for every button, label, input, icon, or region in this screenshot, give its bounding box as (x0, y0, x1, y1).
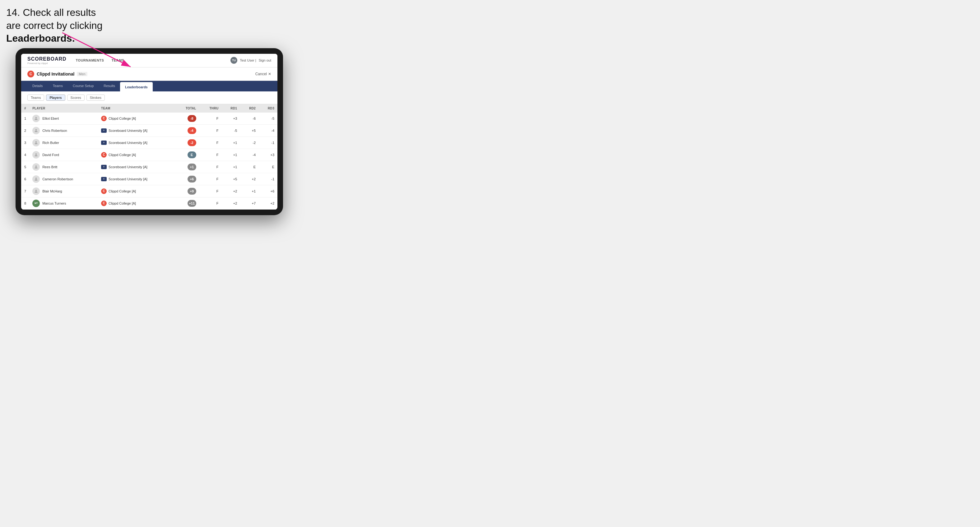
player-name: Cameron Robertson (42, 177, 73, 181)
rank-cell: 3 (21, 137, 29, 149)
thru-cell: F (199, 124, 222, 137)
col-total: TOTAL (175, 104, 199, 113)
table-row: 7 Blair McHarg C Clippd College [A] +9 F… (21, 185, 277, 197)
score-badge: +9 (188, 188, 196, 195)
tab-teams[interactable]: Teams (48, 81, 68, 91)
player-cell: Blair McHarg (29, 185, 98, 197)
tab-details[interactable]: Details (27, 81, 48, 91)
tab-course-setup[interactable]: Course Setup (68, 81, 99, 91)
player-name: Rich Butler (42, 141, 59, 144)
team-cell: ≡ Scoreboard University [A] (98, 173, 175, 185)
player-avatar (32, 127, 40, 134)
player-cell: Rich Butler (29, 137, 98, 149)
rank-cell: 8 (21, 197, 29, 209)
score-badge: -4 (188, 127, 196, 134)
rd1-cell: +3 (221, 113, 240, 125)
team-cell: C Clippd College [A] (98, 149, 175, 161)
instruction-line1: Check all results (23, 7, 96, 18)
player-avatar (32, 187, 40, 195)
score-badge: +1 (188, 163, 196, 170)
rd3-cell: -1 (259, 137, 277, 149)
tab-results[interactable]: Results (99, 81, 120, 91)
player-cell: Elliot Ebert (29, 113, 98, 125)
table-row: 8 MT Marcus Turners C Clippd College [A]… (21, 197, 277, 209)
player-name: Chris Robertson (42, 129, 67, 132)
table-body: 1 Elliot Ebert C Clippd College [A] -8 F… (21, 113, 277, 210)
total-cell: E (175, 149, 199, 161)
instruction-line2: are correct by clicking (6, 20, 102, 31)
col-team: TEAM (98, 104, 175, 113)
rank-cell: 4 (21, 149, 29, 161)
tournament-badge: Men (77, 72, 87, 76)
table-row: 5 Rees Britt ≡ Scoreboard University [A]… (21, 161, 277, 173)
thru-cell: F (199, 161, 222, 173)
team-icon: C (101, 152, 107, 158)
team-name: Clippd College [A] (108, 202, 136, 205)
team-cell: ≡ Scoreboard University [A] (98, 161, 175, 173)
score-badge: +11 (188, 200, 196, 207)
tablet-screen: SCOREBOARD Powered by clippd TOURNAMENTS… (21, 54, 277, 210)
player-name: David Ford (42, 153, 59, 157)
score-badge: -2 (188, 139, 196, 146)
score-badge: -8 (188, 115, 196, 122)
filter-players[interactable]: Players (46, 95, 65, 101)
total-cell: +1 (175, 161, 199, 173)
team-cell: C Clippd College [A] (98, 185, 175, 197)
filter-teams[interactable]: Teams (27, 95, 44, 101)
tab-leaderboards[interactable]: Leaderboards (120, 82, 153, 91)
rd1-cell: -5 (221, 124, 240, 137)
logo-subtitle: Powered by clippd (27, 62, 67, 65)
col-rd2: RD2 (240, 104, 259, 113)
rd3-cell: -1 (259, 173, 277, 185)
table-row: 2 Chris Robertson ≡ Scoreboard Universit… (21, 124, 277, 137)
rd1-cell: +1 (221, 149, 240, 161)
team-cell: ≡ Scoreboard University [A] (98, 124, 175, 137)
app-logo: SCOREBOARD (27, 56, 67, 62)
rd1-cell: +2 (221, 185, 240, 197)
nav-teams[interactable]: TEAMS (111, 57, 124, 63)
thru-cell: F (199, 173, 222, 185)
svg-point-6 (35, 165, 37, 167)
player-avatar (32, 163, 40, 171)
thru-cell: F (199, 137, 222, 149)
team-cell: C Clippd College [A] (98, 197, 175, 209)
player-name: Rees Britt (42, 165, 57, 169)
rd1-cell: +5 (221, 173, 240, 185)
team-icon: ≡ (101, 177, 107, 181)
tournament-icon: C (27, 71, 34, 78)
player-cell: Rees Britt (29, 161, 98, 173)
player-cell: David Ford (29, 149, 98, 161)
rd2-cell: +7 (240, 197, 259, 209)
rd3-cell: +3 (259, 149, 277, 161)
rd1-cell: +1 (221, 161, 240, 173)
team-icon: ≡ (101, 141, 107, 145)
leaderboard-table: # PLAYER TEAM TOTAL THRU RD1 RD2 RD3 1 (21, 104, 277, 210)
logo-area: SCOREBOARD Powered by clippd (27, 56, 67, 65)
svg-point-7 (35, 178, 37, 179)
rd1-cell: +2 (221, 197, 240, 209)
tablet-frame: SCOREBOARD Powered by clippd TOURNAMENTS… (16, 48, 283, 215)
team-name: Scoreboard University [A] (108, 141, 148, 144)
main-nav: TOURNAMENTS TEAMS (76, 57, 221, 63)
sign-out-link[interactable]: Sign out (259, 59, 271, 62)
tournament-title-area: C Clippd Invitational Men (27, 71, 88, 78)
rank-cell: 2 (21, 124, 29, 137)
team-icon: ≡ (101, 165, 107, 169)
svg-point-5 (35, 153, 37, 155)
team-name: Scoreboard University [A] (108, 165, 148, 169)
total-cell: -8 (175, 113, 199, 125)
svg-point-3 (35, 129, 37, 130)
col-rank: # (21, 104, 29, 113)
filter-scores[interactable]: Scores (67, 95, 84, 101)
rank-cell: 5 (21, 161, 29, 173)
page-wrapper: 14. Check all results are correct by cli… (6, 6, 974, 215)
col-rd1: RD1 (221, 104, 240, 113)
rd3-cell: +2 (259, 197, 277, 209)
cancel-button[interactable]: Cancel ✕ (255, 72, 271, 76)
svg-point-4 (35, 141, 37, 143)
filter-strokes[interactable]: Strokes (86, 95, 105, 101)
rd2-cell: -6 (240, 113, 259, 125)
rd3-cell: -5 (259, 113, 277, 125)
team-cell: ≡ Scoreboard University [A] (98, 137, 175, 149)
nav-tournaments[interactable]: TOURNAMENTS (76, 57, 104, 63)
